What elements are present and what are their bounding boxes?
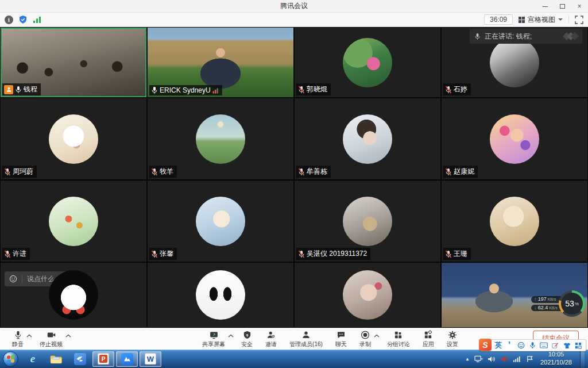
start-button[interactable] bbox=[3, 351, 18, 367]
toolbox-grid-icon[interactable] bbox=[574, 342, 582, 349]
maximize-button[interactable] bbox=[554, 0, 571, 13]
powerpoint-icon: P bbox=[98, 353, 109, 365]
participant-avatar bbox=[343, 38, 392, 87]
taskbar-word-button[interactable]: W bbox=[140, 351, 161, 367]
monitor-icon[interactable] bbox=[474, 355, 483, 363]
participant-tile[interactable]: ERICK SydneyU bbox=[147, 27, 294, 98]
participant-tile[interactable]: 周珂蔚 bbox=[0, 98, 147, 180]
taskbar-ie-button[interactable]: e bbox=[22, 351, 44, 367]
mic-muted-icon bbox=[151, 250, 158, 258]
volume-icon[interactable] bbox=[488, 355, 496, 363]
record-button[interactable]: 录制 bbox=[353, 329, 377, 349]
ime-mode-label[interactable]: 英 bbox=[495, 340, 502, 350]
mic-icon bbox=[13, 330, 23, 340]
skin-shirt-icon[interactable] bbox=[563, 342, 571, 349]
invite-button[interactable]: 邀请 bbox=[259, 329, 283, 349]
security-button[interactable]: 安全 bbox=[235, 329, 259, 349]
show-desktop-button[interactable] bbox=[580, 350, 585, 368]
manage-members-button[interactable]: 管理成员(16) bbox=[283, 329, 329, 349]
participant-name: 郭晓焜 bbox=[307, 85, 327, 94]
ie-icon: e bbox=[30, 352, 35, 365]
network-signal-icon[interactable] bbox=[513, 355, 521, 362]
invite-person-icon bbox=[266, 330, 276, 340]
participant-avatar bbox=[490, 197, 539, 246]
taskbar-clock[interactable]: 10:05 2021/10/28 bbox=[540, 351, 572, 367]
shield-icon bbox=[242, 330, 252, 340]
participant-tile[interactable]: 钱程 bbox=[0, 27, 147, 98]
participant-name-label: 周珂蔚 bbox=[2, 166, 37, 178]
mute-button[interactable]: 静音 bbox=[6, 329, 30, 349]
hidden-icons-arrow[interactable]: ▲ bbox=[465, 356, 470, 362]
taskbar-explorer-button[interactable] bbox=[45, 351, 67, 367]
mic-muted-icon bbox=[298, 86, 305, 94]
action-center-flag-icon[interactable] bbox=[526, 355, 533, 363]
participant-tile[interactable]: 张馨 bbox=[147, 180, 294, 262]
participant-avatar bbox=[49, 270, 98, 320]
emoji-icon[interactable] bbox=[517, 342, 525, 349]
chat-button[interactable]: 聊天 bbox=[329, 329, 353, 349]
minimize-button[interactable] bbox=[536, 0, 554, 13]
participant-tile[interactable]: 牟善栋 bbox=[294, 98, 441, 180]
breakout-rooms-button[interactable]: 分组讨论 bbox=[381, 329, 416, 349]
participant-name: 张馨 bbox=[160, 249, 173, 259]
window-controls: × bbox=[536, 0, 588, 13]
alert-volume-icon[interactable] bbox=[500, 355, 508, 363]
participant-tile[interactable]: 牧羊 bbox=[147, 98, 294, 180]
apps-label: 应用 bbox=[423, 340, 434, 348]
taskbar-powerpoint-button[interactable]: P bbox=[92, 351, 114, 367]
participant-name: 牧羊 bbox=[160, 167, 173, 177]
layout-view-button[interactable]: 宫格视图 bbox=[519, 15, 563, 25]
participant-tile[interactable] bbox=[147, 262, 294, 328]
participant-tile[interactable]: 许进 bbox=[0, 180, 147, 262]
stop-video-button[interactable]: 停止视频 bbox=[33, 329, 69, 349]
active-speaker-text: 正在讲话: 钱程; bbox=[485, 32, 532, 41]
settings-label: 设置 bbox=[447, 340, 458, 348]
share-screen-button[interactable]: 共享屏幕 bbox=[196, 329, 231, 349]
download-arrow-icon: ↓ bbox=[534, 305, 537, 311]
clock-date: 2021/10/28 bbox=[540, 359, 572, 367]
members-icon bbox=[301, 330, 311, 340]
handwriting-icon[interactable] bbox=[551, 342, 559, 349]
toolbar-left-group: 静音 停止视频 bbox=[6, 329, 72, 349]
participant-name-label: ERICK SydneyU bbox=[149, 85, 222, 95]
participant-name: 牟善栋 bbox=[307, 167, 327, 177]
punctuation-icon[interactable]: ’ bbox=[505, 340, 513, 351]
participant-tile[interactable]: 赵康妮 bbox=[441, 98, 588, 180]
participant-tile[interactable] bbox=[294, 262, 441, 328]
participant-avatar bbox=[49, 197, 98, 246]
protection-shield-icon[interactable] bbox=[18, 15, 28, 24]
close-button[interactable]: × bbox=[571, 0, 588, 13]
participant-name: 钱程 bbox=[24, 85, 37, 94]
participant-avatar bbox=[196, 114, 245, 164]
participant-name: 石婷 bbox=[454, 85, 467, 94]
subbar-right-cluster: 36:09 宫格视图 bbox=[484, 14, 583, 25]
participant-tile[interactable]: 郭晓焜 bbox=[294, 27, 441, 98]
taskbar-apps: e P W bbox=[22, 351, 161, 367]
participant-tile[interactable]: ↑197KB/s↓62.4KB/s53% bbox=[441, 262, 588, 328]
participant-tile[interactable]: 说点什么... bbox=[0, 262, 147, 328]
voice-input-icon[interactable] bbox=[528, 342, 536, 349]
participant-tile[interactable]: 王珊 bbox=[441, 180, 588, 262]
chat-bubble-icon bbox=[336, 330, 346, 340]
taskbar-thunder-button[interactable] bbox=[69, 351, 91, 367]
participant-name-label: 赵康妮 bbox=[443, 166, 478, 178]
speaker-mic-icon bbox=[474, 33, 481, 40]
settings-button[interactable]: 设置 bbox=[440, 329, 465, 349]
mic-on-icon bbox=[15, 86, 22, 94]
participant-name-label: 钱程 bbox=[2, 83, 41, 95]
apps-button[interactable]: 应用 bbox=[416, 329, 440, 349]
fullscreen-icon[interactable] bbox=[575, 16, 583, 24]
taskbar-tencent-meeting-button[interactable] bbox=[116, 351, 138, 367]
participant-tile[interactable]: 吴湛仪 2019311372 bbox=[294, 180, 441, 262]
soft-keyboard-icon[interactable] bbox=[540, 342, 548, 348]
info-icon[interactable]: i bbox=[5, 16, 13, 24]
layout-view-label: 宫格视图 bbox=[528, 15, 555, 25]
network-quality-icon[interactable] bbox=[33, 16, 42, 24]
apps-icon bbox=[423, 330, 433, 340]
security-label: 安全 bbox=[241, 340, 253, 348]
sogou-logo-icon[interactable]: S bbox=[479, 339, 492, 351]
mic-muted-icon bbox=[445, 86, 452, 94]
signal-warning-icon bbox=[212, 87, 219, 94]
participant-name: 王珊 bbox=[454, 249, 467, 259]
participant-name: 赵康妮 bbox=[454, 167, 474, 177]
